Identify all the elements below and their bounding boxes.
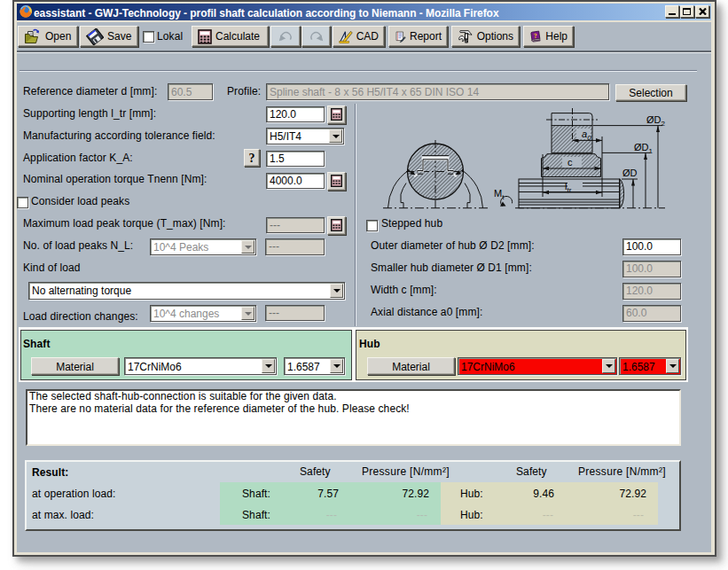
svg-text:c: c [568, 157, 573, 168]
svg-text:Mt: Mt [494, 188, 505, 201]
svg-text:ØD: ØD [622, 168, 638, 178]
